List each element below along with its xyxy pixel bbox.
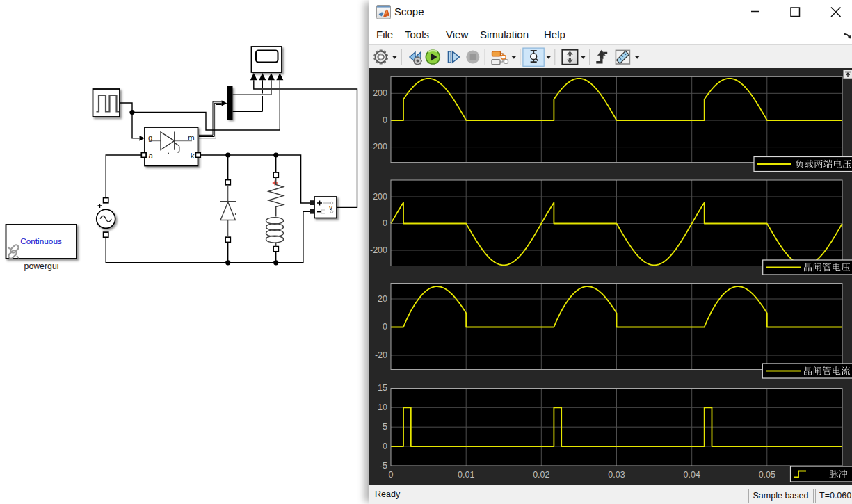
svg-text:0: 0: [383, 441, 387, 451]
svg-text:0.05: 0.05: [759, 470, 775, 480]
svg-text:-200: -200: [370, 142, 387, 152]
svg-text:0: 0: [383, 115, 387, 125]
svg-text:200: 200: [373, 88, 387, 98]
svg-text:0.03: 0.03: [608, 470, 625, 480]
svg-text:15: 15: [378, 383, 387, 393]
svg-text:powergui: powergui: [24, 261, 59, 271]
svg-text:0.01: 0.01: [458, 470, 474, 480]
svg-text:v: v: [329, 203, 333, 211]
svg-text:k: k: [191, 152, 195, 160]
svg-text:200: 200: [373, 192, 387, 202]
svg-text:-5: -5: [380, 461, 387, 471]
svg-text:0: 0: [383, 322, 387, 332]
svg-text:5: 5: [383, 422, 387, 432]
svg-text:0.02: 0.02: [533, 470, 549, 480]
svg-text:a: a: [149, 152, 154, 160]
svg-text:-200: -200: [370, 245, 387, 255]
svg-text:20: 20: [378, 294, 387, 304]
svg-text:0: 0: [383, 218, 387, 228]
svg-text:g: g: [148, 133, 152, 142]
svg-text:10: 10: [378, 403, 387, 412]
svg-text:Continuous: Continuous: [20, 236, 62, 246]
svg-text:-20: -20: [375, 350, 387, 360]
svg-text:0.04: 0.04: [684, 470, 700, 480]
svg-text:m: m: [188, 133, 195, 142]
svg-text:0: 0: [389, 470, 394, 480]
